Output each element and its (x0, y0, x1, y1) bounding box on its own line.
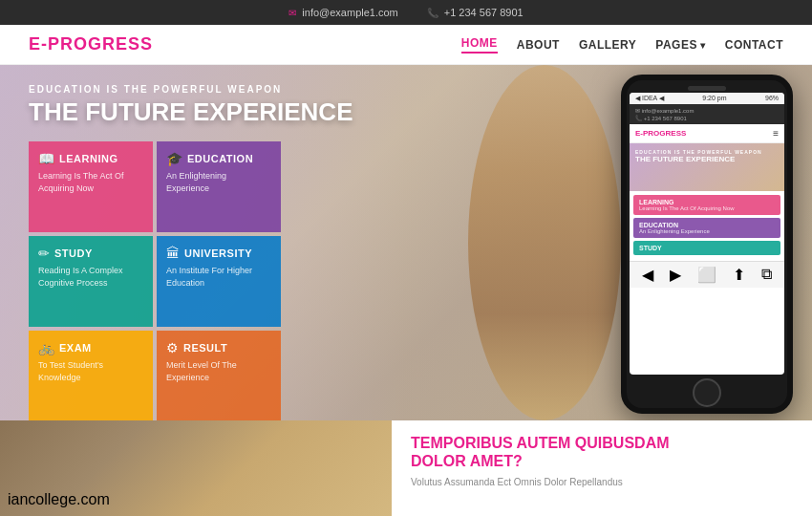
card-learning-title: LEARNING (59, 153, 118, 164)
card-education-title: EDUCATION (187, 153, 253, 164)
university-icon: 🏛 (166, 246, 180, 261)
education-icon: 🎓 (166, 151, 182, 166)
phone-tabs-btn[interactable]: ⧉ (761, 266, 772, 284)
phone-card-education[interactable]: EDUCATION An Enlightening Experience (633, 218, 780, 238)
bottom-text-area: TEMPORIBUS AUTEM QUIBUSDAMDOLOR AMET? Vo… (392, 420, 812, 516)
phone-hero-title: THE FUTURE EXPERIENCE (635, 155, 779, 164)
card-university-title: UNIVERSITY (184, 247, 252, 259)
card-study-header: ✏ STUDY (38, 246, 143, 261)
bottom-heading: TEMPORIBUS AUTEM QUIBUSDAMDOLOR AMET? (411, 434, 793, 470)
phone-nav: E-PROGRESS ≡ (630, 124, 784, 143)
phone-card-education-desc: An Enlightening Experience (639, 228, 775, 234)
phone-forward-btn[interactable]: ▶ (670, 266, 681, 284)
phone-menu-icon[interactable]: ≡ (773, 128, 779, 139)
card-learning-desc: Learning Is The Act Of Acquiring Now (38, 170, 143, 194)
phone-icon: 📞 (427, 8, 438, 18)
nav-contact[interactable]: CONTACT (725, 38, 783, 52)
cards-grid: 📖 LEARNING Learning Is The Act Of Acquir… (29, 141, 281, 420)
phone-topbar-phone: 📞 +1 234 567 8901 (635, 115, 779, 121)
hero-subtitle: EDUCATION IS THE POWERFUL WEAPON (29, 84, 353, 95)
nav-gallery[interactable]: GALLERY (579, 38, 636, 52)
card-study-title: STUDY (54, 247, 93, 259)
phone-topbar: ✉ info@example1.com 📞 +1 234 567 8901 (630, 104, 784, 124)
phone-card-learning-desc: Learning Is The Act Of Acquiring Now (639, 205, 775, 211)
phone-screen: ◀ IDEA ◀ 9:20 pm 96% ✉ info@example1.com… (630, 93, 784, 375)
phone-card-learning[interactable]: LEARNING Learning Is The Act Of Acquirin… (633, 195, 780, 215)
phone-status-battery: 96% (765, 95, 779, 102)
email-icon: ✉ (288, 8, 296, 18)
nav-links: HOME ABOUT GALLERY PAGES CONTACT (461, 36, 783, 54)
top-bar: ✉ info@example1.com 📞 +1 234 567 8901 (0, 0, 812, 25)
card-university[interactable]: 🏛 UNIVERSITY An Institute For Higher Edu… (157, 236, 281, 327)
phone-info: 📞 +1 234 567 8901 (427, 7, 524, 18)
phone-topbar-email: ✉ info@example1.com (635, 107, 779, 114)
card-study-desc: Reading Is A Complex Cognitive Process (38, 265, 143, 289)
phone-status-left: ◀ IDEA ◀ (635, 95, 664, 102)
card-learning-header: 📖 LEARNING (38, 151, 143, 166)
card-university-header: 🏛 UNIVERSITY (166, 246, 271, 261)
card-result[interactable]: ⚙ RESULT Merit Level Of The Experience (157, 331, 281, 420)
logo[interactable]: E-PROGRESS (29, 34, 153, 54)
card-exam-header: 🚲 EXAM (38, 340, 143, 355)
phone-home-button[interactable] (693, 378, 721, 407)
nav-about[interactable]: ABOUT (517, 38, 560, 52)
card-exam-desc: To Test Student's Knowledge (38, 359, 143, 383)
study-icon: ✏ (38, 246, 50, 261)
bottom-image-bg: iancollege.com (0, 420, 392, 516)
card-result-desc: Merit Level Of The Experience (166, 359, 271, 383)
phone-text: +1 234 567 8901 (444, 7, 524, 18)
card-university-desc: An Institute For Higher Education (166, 265, 271, 289)
bottom-image: iancollege.com (0, 420, 392, 516)
phone-speaker (688, 86, 726, 91)
phone-card-study[interactable]: STUDY (633, 241, 780, 255)
learning-icon: 📖 (38, 151, 54, 166)
phone-mockup: ◀ IDEA ◀ 9:20 pm 96% ✉ info@example1.com… (621, 75, 793, 414)
phone-back-btn[interactable]: ◀ (642, 266, 653, 284)
nav-home[interactable]: HOME (461, 36, 498, 54)
phone-status-center: 9:20 pm (702, 95, 726, 102)
card-education[interactable]: 🎓 EDUCATION An Enlightening Experience (157, 141, 281, 232)
hero-content: EDUCATION IS THE POWERFUL WEAPON THE FUT… (29, 84, 353, 141)
card-result-title: RESULT (183, 342, 227, 354)
card-learning[interactable]: 📖 LEARNING Learning Is The Act Of Acquir… (29, 141, 153, 232)
card-result-header: ⚙ RESULT (166, 340, 271, 355)
phone-hero: EDUCATION IS THE POWERFUL WEAPON THE FUT… (630, 143, 784, 191)
phone-home-btn[interactable]: ⬜ (697, 266, 716, 284)
exam-icon: 🚲 (38, 340, 54, 355)
card-study[interactable]: ✏ STUDY Reading Is A Complex Cognitive P… (29, 236, 153, 327)
phone-home-bar: ◀ ▶ ⬜ ⬆ ⧉ (630, 261, 784, 288)
hero-title: THE FUTURE EXPERIENCE (29, 98, 353, 126)
phone-share-btn[interactable]: ⬆ (733, 266, 745, 284)
phone-logo: E-PROGRESS (635, 129, 686, 138)
email-info: ✉ info@example1.com (288, 7, 397, 18)
bottom-section: iancollege.com TEMPORIBUS AUTEM QUIBUSDA… (0, 420, 812, 516)
email-text: info@example1.com (302, 7, 397, 18)
phone-card-education-title: EDUCATION (639, 222, 775, 228)
result-icon: ⚙ (166, 340, 179, 355)
card-education-header: 🎓 EDUCATION (166, 151, 271, 166)
card-exam[interactable]: 🚲 EXAM To Test Student's Knowledge (29, 331, 153, 420)
card-education-desc: An Enlightening Experience (166, 170, 271, 194)
bottom-subtext: Volutus Assumanda Ect Omnis Dolor Repell… (411, 476, 793, 489)
main-nav: E-PROGRESS HOME ABOUT GALLERY PAGES CONT… (0, 25, 812, 65)
hero-section: EDUCATION IS THE POWERFUL WEAPON THE FUT… (0, 65, 812, 420)
bottom-img-label: iancollege.com (8, 491, 110, 508)
nav-pages[interactable]: PAGES (655, 38, 705, 52)
phone-card-learning-title: LEARNING (639, 199, 775, 205)
phone-status-bar: ◀ IDEA ◀ 9:20 pm 96% (630, 93, 784, 104)
phone-card-study-title: STUDY (639, 245, 775, 251)
card-exam-title: EXAM (59, 342, 92, 354)
phone-cards: LEARNING Learning Is The Act Of Acquirin… (630, 191, 784, 259)
